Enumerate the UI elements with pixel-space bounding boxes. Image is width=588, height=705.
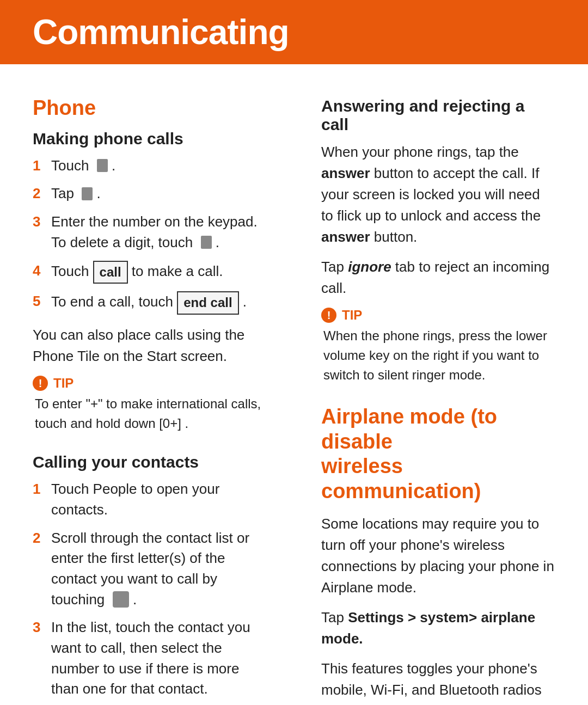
page-title: Communicating [33,12,555,52]
end-call-button: end call [177,291,238,315]
airplane-section: Airplane mode (to disable wireless commu… [321,404,555,705]
airplane-para1: Some locations may require you to turn o… [321,513,555,598]
touch-icon [97,159,108,172]
making-calls-tip: ! TIP To enter "+" to make international… [33,376,267,433]
making-calls-heading: Making phone calls [33,130,267,148]
right-column: Answering and rejecting a call When your… [294,97,555,705]
airplane-title: Airplane mode (to disable wireless commu… [321,404,555,504]
list-item: 5 To end a call, touch end call . [33,291,267,315]
making-calls-list: 1 Touch . 2 Tap . 3 Enter the number on … [33,156,267,315]
list-item: 4 Touch call to make a call. [33,261,267,284]
list-item: 3 In the list, touch the contact you wan… [33,617,267,700]
list-item: 2 Tap . [33,183,267,204]
list-item: 1 Touch . [33,156,267,176]
content-area: Phone Making phone calls 1 Touch . 2 Tap… [0,97,588,705]
tip-label: TIP [53,376,74,391]
phone-tile-text: You can also place calls using the Phone… [33,324,267,367]
answering-tip: ! TIP When the phone rings, press the lo… [321,308,555,385]
calling-contacts-heading: Calling your contacts [33,453,267,471]
tip-text: When the phone rings, press the lower vo… [321,326,555,385]
tip-icon: ! [321,308,336,323]
phone-section: Phone Making phone calls 1 Touch . 2 Tap… [33,97,267,700]
contact-icon [113,591,129,608]
list-item: 3 Enter the number on the keypad. To del… [33,212,267,253]
tip-label: TIP [342,308,362,323]
list-item: 2 Scroll through the contact list or ent… [33,528,267,610]
airplane-para2: Tap Settings > system> airplane mode. [321,607,555,649]
tip-text: To enter "+" to make international calls… [33,394,267,433]
airplane-para3: This features toggles your phone's mobil… [321,658,555,705]
answering-para1: When your phone rings, tap the answer bu… [321,142,555,248]
delete-icon [201,236,212,249]
answering-para2: Tap ignore tab to reject an incoming cal… [321,256,555,299]
call-button: call [93,261,128,284]
answering-section: Answering and rejecting a call When your… [321,97,555,385]
tap-icon [82,187,93,200]
answering-title: Answering and rejecting a call [321,97,555,134]
calling-contacts-list: 1 Touch People to open your contacts. 2 … [33,479,267,700]
page-header: Communicating [0,0,588,64]
list-item: 1 Touch People to open your contacts. [33,479,267,520]
making-calls-section: Making phone calls 1 Touch . 2 Tap . 3 E… [33,130,267,433]
tip-icon: ! [33,376,48,391]
phone-title: Phone [33,97,267,120]
left-column: Phone Making phone calls 1 Touch . 2 Tap… [33,97,294,705]
calling-contacts-section: Calling your contacts 1 Touch People to … [33,453,267,700]
